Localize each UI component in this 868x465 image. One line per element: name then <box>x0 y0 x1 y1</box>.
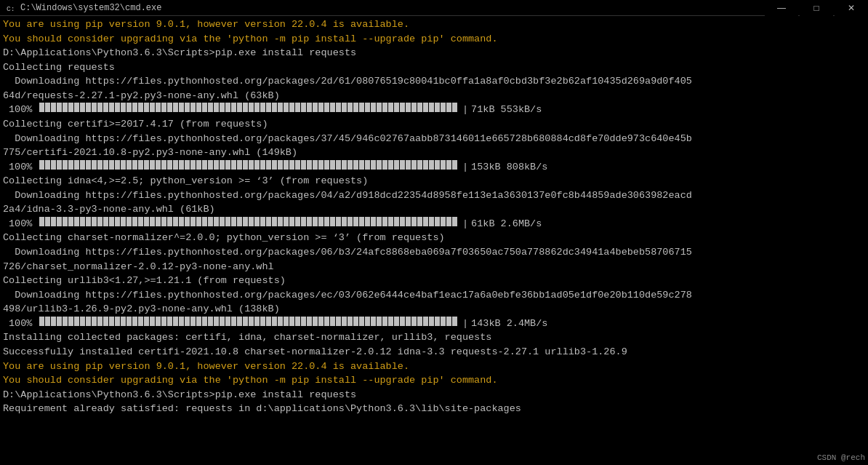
console-line: 64d/requests-2.27.1-py2.py3-none-any.whl… <box>3 89 865 103</box>
console-line: 726/charset_normalizer-2.0.12-py3-none-a… <box>3 260 865 274</box>
progress-row: 100%| 61kB 2.6MB/s <box>9 217 865 231</box>
progress-row: 100%| 153kB 808kB/s <box>9 160 865 175</box>
console-line: Collecting requests <box>3 60 865 75</box>
progress-track <box>39 103 458 117</box>
console-output: You are using pip version 9.0.1, however… <box>0 16 868 465</box>
progress-pct: 100% <box>9 103 36 117</box>
progress-track <box>39 217 458 231</box>
title-bar: C: C:\Windows\system32\cmd.exe — □ ✕ <box>0 0 868 16</box>
console-line: Installing collected packages: certifi, … <box>3 330 865 345</box>
progress-pct: 100% <box>9 317 36 331</box>
console-line: Collecting idna<4,>=2.5; python_version … <box>3 174 865 188</box>
console-line: D:\Applications\Python3.6.3\Scripts>pip.… <box>3 46 865 60</box>
console-line: D:\Applications\Python3.6.3\Scripts>pip.… <box>3 388 865 402</box>
progress-speed: 153kB 808kB/s <box>471 160 547 175</box>
svg-text:C:: C: <box>7 5 15 13</box>
console-line: You should consider upgrading via the 'p… <box>3 32 865 47</box>
console-line: Successfully installed certifi-2021.10.8… <box>3 345 865 359</box>
console-line: 2a4/idna-3.3-py3-none-any.whl (61kB) <box>3 202 865 217</box>
maximize-button[interactable]: □ <box>800 0 833 16</box>
watermark-label: CSDN @rech <box>817 453 865 462</box>
console-line: Collecting certifi>=2017.4.17 (from requ… <box>3 117 865 132</box>
cmd-icon: C: <box>6 3 16 13</box>
console-line: Collecting urllib3<1.27,>=1.21.1 (from r… <box>3 274 865 288</box>
progress-row: 100%| 143kB 2.4MB/s <box>9 317 865 331</box>
progress-speed: 143kB 2.4MB/s <box>471 317 547 331</box>
console-line: Downloading https://files.pythonhosted.o… <box>3 288 865 303</box>
progress-track <box>39 317 458 331</box>
console-line: You should consider upgrading via the 'p… <box>3 373 865 388</box>
console-line: 498/urllib3-1.26.9-py2.py3-none-any.whl … <box>3 302 865 317</box>
console-line: Downloading https://files.pythonhosted.o… <box>3 188 865 203</box>
progress-pct: 100% <box>9 217 36 231</box>
window-controls: — □ ✕ <box>765 0 868 16</box>
title-bar-label: C:\Windows\system32\cmd.exe <box>20 3 862 13</box>
progress-speed: 61kB 2.6MB/s <box>471 217 542 231</box>
console-line: Downloading https://files.pythonhosted.o… <box>3 74 865 89</box>
progress-track <box>39 160 458 175</box>
progress-row: 100%| 71kB 553kB/s <box>9 103 865 117</box>
console-line: Collecting charset-normalizer^=2.0.0; py… <box>3 231 865 245</box>
close-button[interactable]: ✕ <box>835 0 868 16</box>
console-line: Downloading https://files.pythonhosted.o… <box>3 245 865 260</box>
console-line: Requirement already satisfied: requests … <box>3 402 865 416</box>
console-line: 775/certifi-2021.10.8-py2.py3-none-any.w… <box>3 146 865 160</box>
progress-pct: 100% <box>9 160 36 175</box>
progress-speed: 71kB 553kB/s <box>471 103 542 117</box>
minimize-button[interactable]: — <box>765 0 798 16</box>
console-line: Downloading https://files.pythonhosted.o… <box>3 132 865 146</box>
console-line: You are using pip version 9.0.1, however… <box>3 359 865 374</box>
console-line: You are using pip version 9.0.1, however… <box>3 17 865 32</box>
